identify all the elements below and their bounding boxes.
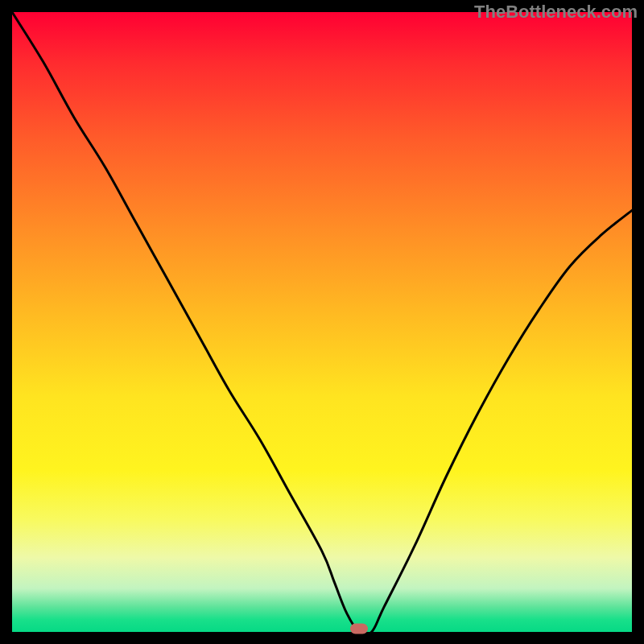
bottleneck-curve	[12, 12, 632, 632]
watermark-text: TheBottleneck.com	[474, 2, 638, 23]
plot-area	[12, 12, 632, 632]
curve-layer	[12, 12, 632, 632]
chart-frame: TheBottleneck.com	[0, 0, 644, 644]
optimum-marker	[350, 624, 368, 634]
